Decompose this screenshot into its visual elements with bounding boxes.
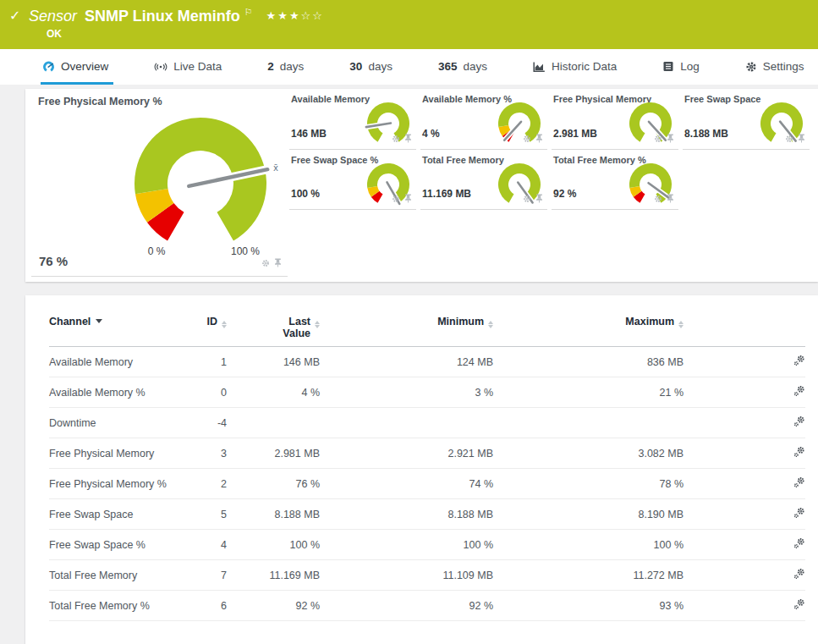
cell-max: 100 % <box>493 530 683 560</box>
priority-stars[interactable]: ★★★☆☆ <box>266 9 324 22</box>
cell-min: 8.188 MB <box>320 499 493 530</box>
column-header-max[interactable]: Maximum <box>493 295 683 347</box>
channel-gears-icon[interactable] <box>793 385 805 397</box>
gauge-available-memory[interactable]: Available Memory146 MB <box>289 89 416 150</box>
gear-small-icon[interactable] <box>261 259 270 267</box>
gauge-icon <box>42 60 55 73</box>
gauge-free-swap-space[interactable]: Free Swap Space8.188 MB <box>683 89 810 150</box>
channel-gears-icon[interactable] <box>793 537 805 549</box>
table-row: Free Swap Space %4100 %100 %100 % <box>49 530 805 560</box>
tab-bar: OverviewLive Data2days30days365daysHisto… <box>0 49 818 85</box>
cell-max: 8.190 MB <box>493 499 683 530</box>
gauge-available-memory-pct[interactable]: Available Memory %4 % <box>420 89 547 150</box>
tab-2-days[interactable]: 2days <box>266 49 309 85</box>
gauge-title: Total Free Memory <box>422 155 504 165</box>
cell-settings <box>683 408 805 438</box>
cell-min: 74 % <box>320 469 493 499</box>
gauge-total-free-memory[interactable]: Total Free Memory11.169 MB <box>420 150 547 210</box>
tab-settings[interactable]: Settings <box>744 49 810 85</box>
channel-gears-icon[interactable] <box>793 507 805 519</box>
cell-channel[interactable]: Free Swap Space % <box>49 530 176 560</box>
cell-settings <box>683 560 805 591</box>
tab-number: 365 <box>438 60 458 73</box>
flag-icon[interactable]: ⚐ <box>244 7 253 17</box>
cell-id: 2 <box>176 469 227 499</box>
tab-365-days[interactable]: 365days <box>436 49 492 85</box>
gear-icon <box>745 61 757 73</box>
cell-max: 78 % <box>493 469 683 499</box>
column-label: Minimum <box>437 316 484 328</box>
channel-gears-icon[interactable] <box>793 416 805 427</box>
column-label: ID <box>207 316 218 328</box>
tab-overview[interactable]: Overview <box>41 49 113 85</box>
cell-channel[interactable]: Free Physical Memory % <box>49 469 176 499</box>
cell-settings <box>683 377 805 408</box>
cell-max <box>493 408 683 438</box>
column-header-last[interactable]: Last Value <box>227 295 320 347</box>
tab-label: Overview <box>61 60 108 73</box>
gauge-value: 11.169 MB <box>422 188 471 200</box>
pin-icon[interactable] <box>667 194 674 203</box>
channel-gears-icon[interactable] <box>793 568 805 580</box>
gauge-total-free-memory-pct[interactable]: Total Free Memory %92 % <box>552 150 678 210</box>
gear-small-icon[interactable] <box>392 135 400 143</box>
channel-gears-icon[interactable] <box>793 446 805 458</box>
channel-gears-icon[interactable] <box>793 476 805 488</box>
sensor-title[interactable]: SNMP Linux Meminfo <box>85 8 240 25</box>
tab-label: Historic Data <box>552 60 617 73</box>
tab-label: Log <box>680 60 700 73</box>
gauges-panel: Free Physical Memory %0 %100 %x̄76 %Avai… <box>25 89 818 282</box>
content-area: Free Physical Memory %0 %100 %x̄76 %Avai… <box>0 85 818 644</box>
column-label: Channel <box>49 316 91 328</box>
gauge-free-physical-memory-pct[interactable]: Free Physical Memory %0 %100 %x̄76 % <box>31 89 288 277</box>
pin-icon[interactable] <box>798 134 805 143</box>
cell-last: 92 % <box>227 591 320 621</box>
tab-label: Live Data <box>173 60 222 73</box>
cell-channel[interactable]: Available Memory <box>49 347 176 377</box>
cell-channel[interactable]: Total Free Memory <box>49 560 176 591</box>
tab-historic-data[interactable]: Historic Data <box>531 49 622 85</box>
gear-small-icon[interactable] <box>654 135 662 143</box>
tab-30-days[interactable]: 30days <box>348 49 398 85</box>
cell-id: 7 <box>176 560 227 591</box>
tab-live-data[interactable]: Live Data <box>152 49 227 85</box>
cell-settings <box>683 530 805 560</box>
cell-channel[interactable]: Free Swap Space <box>49 499 176 530</box>
pin-icon[interactable] <box>535 134 543 143</box>
gauge-free-swap-space-pct[interactable]: Free Swap Space %100 % <box>289 150 416 210</box>
table-row: Free Swap Space58.188 MB8.188 MB8.190 MB <box>49 499 805 530</box>
cell-last: 76 % <box>227 469 320 499</box>
table-row: Free Physical Memory32.981 MB2.921 MB3.0… <box>49 438 805 469</box>
cell-channel[interactable]: Downtime <box>49 408 176 438</box>
tab-label: days <box>368 60 393 73</box>
pin-icon[interactable] <box>404 134 412 143</box>
cell-id: 3 <box>176 438 227 469</box>
pin-icon[interactable] <box>667 134 674 143</box>
cell-channel[interactable]: Available Memory % <box>49 377 176 408</box>
column-header-id[interactable]: ID <box>176 295 227 347</box>
column-header-channel[interactable]: Channel <box>49 295 176 347</box>
pin-icon[interactable] <box>535 194 543 203</box>
tab-log[interactable]: Log <box>661 49 705 85</box>
gear-small-icon[interactable] <box>523 195 531 203</box>
column-header-min[interactable]: Minimum <box>320 295 493 347</box>
gear-small-icon[interactable] <box>785 135 793 143</box>
gear-small-icon[interactable] <box>523 135 531 143</box>
cell-last: 4 % <box>227 377 320 408</box>
channel-table: ChannelIDLast ValueMinimumMaximum Availa… <box>49 295 805 621</box>
gear-small-icon[interactable] <box>392 195 400 203</box>
broadcast-icon <box>154 61 167 73</box>
gauge-free-physical-memory[interactable]: Free Physical Memory2.981 MB <box>552 89 678 150</box>
channel-gears-icon[interactable] <box>793 355 805 366</box>
tab-label: days <box>463 60 487 73</box>
cell-channel[interactable]: Free Physical Memory <box>49 438 176 469</box>
status-check-icon: ✓ <box>9 8 20 24</box>
cell-min: 11.109 MB <box>320 560 493 591</box>
status-badge: OK <box>47 28 62 40</box>
pin-icon[interactable] <box>274 258 282 267</box>
channel-gears-icon[interactable] <box>793 598 805 610</box>
gear-small-icon[interactable] <box>654 195 662 203</box>
pin-icon[interactable] <box>404 194 412 203</box>
cell-channel[interactable]: Total Free Memory % <box>49 591 176 621</box>
tab-number: 2 <box>267 60 274 73</box>
